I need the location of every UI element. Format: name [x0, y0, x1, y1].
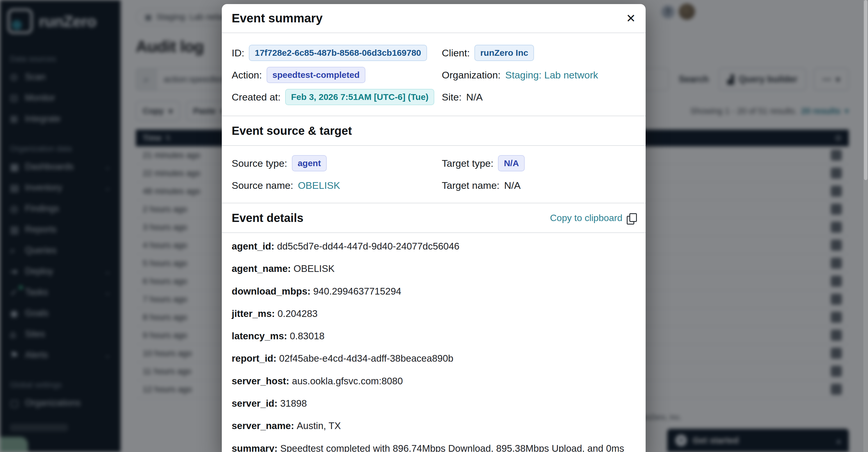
detail-key: agent_name: [232, 263, 293, 274]
id-badge[interactable]: 17f728e2-6c85-487b-8568-06d3cb169780: [249, 45, 427, 61]
detail-entry: server_id31898: [232, 398, 636, 409]
organization-label: Organization:: [442, 69, 501, 81]
detail-value: Austin, TX: [297, 420, 341, 431]
event-details-heading: Event details: [232, 212, 304, 225]
source-type-badge[interactable]: agent: [292, 155, 327, 171]
source-target-heading: Event source & target: [232, 124, 352, 137]
page-scrollbar[interactable]: [863, 0, 868, 452]
detail-key: latency_ms: [232, 330, 290, 341]
detail-value: 0.204283: [278, 308, 318, 319]
detail-key: agent_id: [232, 241, 277, 252]
client-badge[interactable]: runZero Inc: [474, 45, 534, 61]
detail-value: 940.2994637715294: [313, 286, 401, 297]
detail-value: 31898: [280, 398, 307, 409]
copy-icon: [629, 214, 636, 222]
detail-entry: jitter_ms0.204283: [232, 309, 636, 319]
id-label: ID:: [232, 47, 244, 59]
detail-key: server_host: [232, 376, 292, 386]
detail-entry: report_id02f45abe-e4cd-4d34-adff-38beace…: [232, 353, 636, 364]
action-label: Action:: [232, 69, 262, 81]
source-type-label: Source type:: [232, 158, 287, 169]
detail-value: Speedtest completed with 896.74Mbps Down…: [232, 443, 624, 452]
copy-to-clipboard-button[interactable]: Copy to clipboard: [550, 213, 636, 223]
detail-key: jitter_ms: [232, 308, 278, 319]
detail-entry: latency_ms0.83018: [232, 331, 636, 341]
created-at-badge[interactable]: Feb 3, 2026 7:51AM [UTC-6] (Tue): [285, 89, 434, 105]
site-label: Site:: [442, 92, 462, 103]
target-type-label: Target type:: [442, 158, 494, 169]
detail-key: server_name: [232, 420, 297, 431]
source-target-section: Source type: agent Target type: N/A Sour…: [222, 146, 646, 203]
created-at-label: Created at:: [232, 92, 280, 103]
detail-value: dd5c5d7e-dd44-447d-9d40-24077dc56046: [277, 241, 460, 252]
action-badge[interactable]: speedtest-completed: [267, 67, 365, 83]
close-icon[interactable]: ✕: [626, 12, 636, 24]
detail-entry: agent_iddd5c5d7e-dd44-447d-9d40-24077dc5…: [232, 241, 636, 252]
event-summary-section: ID: 17f728e2-6c85-487b-8568-06d3cb169780…: [222, 33, 646, 116]
scrollbar-thumb[interactable]: [864, 0, 867, 180]
modal-title: Event summary: [232, 11, 323, 25]
detail-entry: summarySpeedtest completed with 896.74Mb…: [232, 443, 636, 452]
detail-entry: server_nameAustin, TX: [232, 421, 636, 431]
client-label: Client:: [442, 47, 470, 59]
detail-key: download_mbps: [232, 286, 313, 297]
detail-value: aus.ookla.gfsvc.com:8080: [292, 376, 403, 386]
source-name-label: Source name:: [232, 180, 293, 191]
site-value: N/A: [466, 92, 483, 103]
detail-key: server_id: [232, 398, 280, 409]
detail-value: 0.83018: [290, 330, 324, 341]
target-type-badge[interactable]: N/A: [498, 155, 525, 171]
target-name-value: N/A: [504, 180, 521, 191]
source-name-link[interactable]: OBELISK: [298, 180, 340, 191]
detail-value: 02f45abe-e4cd-4d34-adff-38beacea890b: [279, 353, 453, 364]
detail-key: summary: [232, 443, 280, 452]
detail-value: OBELISK: [293, 263, 335, 274]
detail-entry: agent_nameOBELISK: [232, 263, 636, 274]
event-details-list: agent_iddd5c5d7e-dd44-447d-9d40-24077dc5…: [222, 233, 646, 452]
detail-entry: download_mbps940.2994637715294: [232, 286, 636, 297]
detail-entry: server_hostaus.ookla.gfsvc.com:8080: [232, 376, 636, 386]
organization-link[interactable]: Staging: Lab network: [505, 69, 598, 81]
target-name-label: Target name:: [442, 180, 499, 191]
event-summary-modal: Event summary ✕ ID: 17f728e2-6c85-487b-8…: [222, 4, 646, 452]
detail-key: report_id: [232, 353, 279, 364]
